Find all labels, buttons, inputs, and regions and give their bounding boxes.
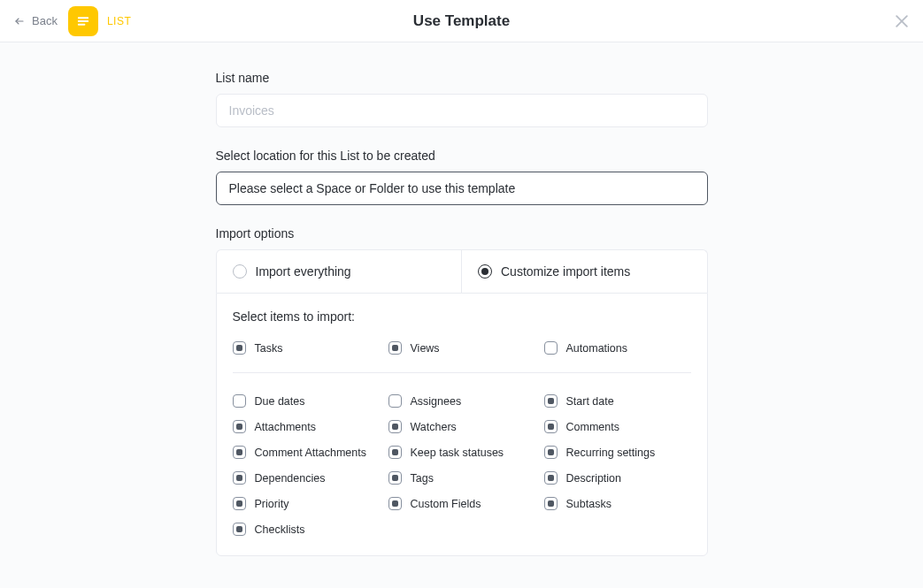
import-item-checkbox[interactable]: Priority xyxy=(233,497,380,510)
import-item-checkbox[interactable]: Start date xyxy=(544,394,691,408)
page-title: Use Template xyxy=(413,12,510,30)
import-panel: Select items to import: TasksViewsAutoma… xyxy=(216,293,708,556)
import-item-label: Subtasks xyxy=(566,498,611,510)
checkbox-icon xyxy=(388,394,402,408)
import-options-label: Import options xyxy=(216,226,708,241)
import-item-checkbox[interactable]: Watchers xyxy=(388,420,535,433)
import-item-checkbox[interactable]: Attachments xyxy=(233,420,380,433)
import-item-label: Watchers xyxy=(411,421,457,433)
checkbox-icon xyxy=(388,471,402,485)
import-item-label: Priority xyxy=(255,498,289,510)
import-item-label: Tasks xyxy=(255,342,283,355)
location-label: Select location for this List to be crea… xyxy=(216,149,708,163)
import-item-label: Tags xyxy=(411,472,434,485)
checkbox-icon xyxy=(544,341,558,355)
import-item-label: Assignees xyxy=(411,395,462,408)
import-item-checkbox[interactable]: Due dates xyxy=(233,394,380,408)
import-items-grid: TasksViewsAutomationsDue datesAssigneesS… xyxy=(233,341,691,536)
import-item-checkbox[interactable]: Comment Attachments xyxy=(233,446,380,459)
arrow-left-icon xyxy=(12,16,27,27)
import-item-label: Dependencies xyxy=(255,472,326,485)
close-button[interactable] xyxy=(893,12,911,30)
radio-icon xyxy=(233,264,247,279)
import-item-checkbox[interactable]: Tasks xyxy=(233,341,380,355)
import-item-checkbox[interactable]: Views xyxy=(388,341,535,355)
checkbox-icon xyxy=(544,394,558,408)
import-item-checkbox[interactable]: Custom Fields xyxy=(388,497,535,510)
list-type-label: LIST xyxy=(107,15,131,27)
import-item-checkbox[interactable]: Recurring settings xyxy=(544,446,691,459)
checkbox-icon xyxy=(233,341,246,355)
import-item-checkbox[interactable]: Automations xyxy=(544,341,691,355)
import-item-label: Recurring settings xyxy=(566,447,656,459)
import-item-checkbox[interactable]: Subtasks xyxy=(544,497,691,510)
import-item-label: Automations xyxy=(566,342,627,355)
checkbox-icon xyxy=(388,446,402,459)
import-item-label: Attachments xyxy=(255,421,316,433)
import-item-label: Description xyxy=(566,472,622,485)
import-item-checkbox[interactable]: Tags xyxy=(388,471,535,485)
import-item-checkbox[interactable]: Dependencies xyxy=(233,471,380,485)
content-scroll[interactable]: List name Select location for this List … xyxy=(0,42,923,588)
back-button[interactable]: Back xyxy=(12,14,58,27)
topbar: Back LIST Use Template xyxy=(0,0,923,42)
back-label: Back xyxy=(32,14,58,27)
checkbox-icon xyxy=(544,471,558,485)
checkbox-icon xyxy=(388,341,402,355)
location-select[interactable]: Please select a Space or Folder to use t… xyxy=(216,172,708,205)
import-panel-heading: Select items to import: xyxy=(233,309,691,324)
checkbox-icon xyxy=(233,523,246,536)
import-everything-label: Import everything xyxy=(256,264,351,279)
radio-icon xyxy=(478,264,492,279)
checkbox-icon xyxy=(388,420,402,433)
list-type-badge xyxy=(68,6,98,36)
import-item-label: Due dates xyxy=(255,395,305,408)
import-item-label: Keep task statuses xyxy=(411,447,504,459)
checkbox-icon xyxy=(544,446,558,459)
import-item-checkbox[interactable]: Checklists xyxy=(233,523,380,536)
checkbox-icon xyxy=(233,471,246,485)
customize-import-label: Customize import items xyxy=(501,264,630,279)
import-item-label: Custom Fields xyxy=(411,498,481,510)
content: List name Select location for this List … xyxy=(216,42,708,588)
import-everything-option[interactable]: Import everything xyxy=(217,250,462,293)
location-placeholder: Please select a Space or Folder to use t… xyxy=(229,181,516,195)
checkbox-icon xyxy=(233,497,246,510)
import-item-label: Checklists xyxy=(255,523,305,536)
import-item-checkbox[interactable]: Assignees xyxy=(388,394,535,408)
checkbox-icon xyxy=(388,497,402,510)
import-item-label: Views xyxy=(411,342,440,355)
import-item-label: Comment Attachments xyxy=(255,447,366,459)
import-item-checkbox[interactable]: Comments xyxy=(544,420,691,433)
list-name-input[interactable] xyxy=(216,94,708,127)
customize-import-option[interactable]: Customize import items xyxy=(461,250,707,293)
divider xyxy=(233,372,691,373)
import-item-checkbox[interactable]: Keep task statuses xyxy=(388,446,535,459)
checkbox-icon xyxy=(233,394,246,408)
checkbox-icon xyxy=(544,497,558,510)
checkbox-icon xyxy=(233,446,246,459)
import-item-label: Start date xyxy=(566,395,614,408)
checkbox-icon xyxy=(544,420,558,433)
list-name-label: List name xyxy=(216,71,708,85)
import-item-label: Comments xyxy=(566,421,619,433)
import-item-checkbox[interactable]: Description xyxy=(544,471,691,485)
checkbox-icon xyxy=(233,420,246,433)
import-mode-row: Import everything Customize import items xyxy=(216,249,708,293)
